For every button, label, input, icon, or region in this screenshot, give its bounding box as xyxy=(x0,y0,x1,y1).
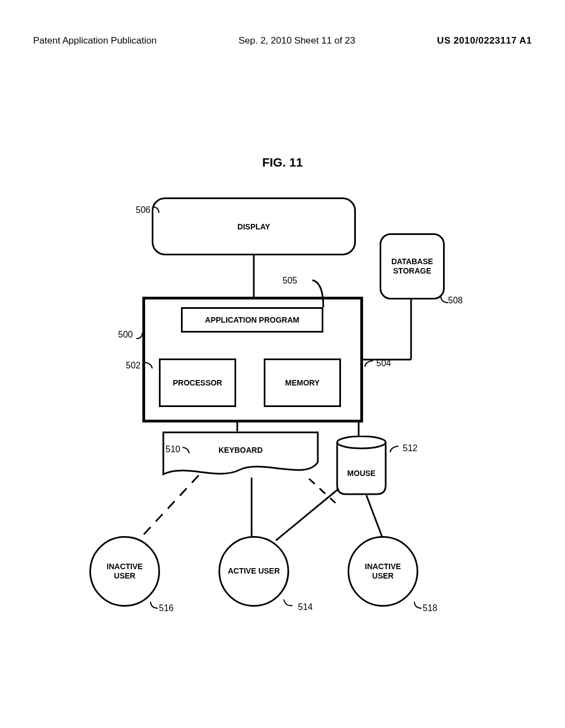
svg-line-8 xyxy=(276,489,339,540)
svg-point-10 xyxy=(337,436,386,448)
inactive-user-left-label: INACTIVE USER xyxy=(106,562,142,581)
database-storage-block: DATABASE STORAGE xyxy=(380,233,445,299)
date-sheet-label: Sep. 2, 2010 Sheet 11 of 23 xyxy=(238,35,355,46)
inactive-user-left: INACTIVE USER xyxy=(89,536,160,607)
display-block: DISPLAY xyxy=(152,197,356,255)
application-program-block: APPLICATION PROGRAM xyxy=(181,307,323,333)
svg-line-7 xyxy=(309,479,335,503)
ref-514: 514 xyxy=(298,602,313,612)
figure-title: FIG. 11 xyxy=(0,156,565,170)
ref-505: 505 xyxy=(282,276,297,286)
publication-number: US 2010/0223117 A1 xyxy=(437,35,532,46)
processor-label: PROCESSOR xyxy=(173,378,222,387)
memory-block: MEMORY xyxy=(264,358,341,407)
hook-icon xyxy=(143,362,153,370)
hook-icon xyxy=(390,446,399,453)
application-program-label: APPLICATION PROGRAM xyxy=(205,315,300,324)
hook-icon xyxy=(150,601,160,609)
ref-516: 516 xyxy=(159,603,174,613)
ref-502: 502 xyxy=(126,361,141,371)
active-user: ACTIVE USER xyxy=(218,536,289,607)
hook-icon xyxy=(182,447,192,454)
ref-508: 508 xyxy=(448,296,463,306)
mouse-label: MOUSE xyxy=(335,469,387,478)
hook-icon xyxy=(282,599,292,607)
ref-504: 504 xyxy=(376,358,391,368)
svg-line-9 xyxy=(366,495,382,536)
mouse-block: MOUSE xyxy=(335,436,387,495)
hook-icon xyxy=(136,332,146,340)
ref-512: 512 xyxy=(403,443,418,453)
publication-label: Patent Application Publication xyxy=(33,35,157,46)
ref-518: 518 xyxy=(423,603,438,613)
hook-icon xyxy=(364,360,374,368)
ref-510: 510 xyxy=(166,445,180,454)
processor-block: PROCESSOR xyxy=(159,358,236,407)
ref-500: 500 xyxy=(118,330,133,340)
svg-line-6 xyxy=(140,475,199,538)
page-header: Patent Application Publication Sep. 2, 2… xyxy=(0,35,565,46)
active-user-label: ACTIVE USER xyxy=(228,566,280,576)
hook-icon xyxy=(414,601,424,609)
keyboard-block: KEYBOARD xyxy=(162,431,319,479)
display-label: DISPLAY xyxy=(237,222,270,231)
hook-icon xyxy=(152,206,162,214)
ref-506: 506 xyxy=(136,205,151,215)
diagram-canvas: DISPLAY DATABASE STORAGE APPLICATION PRO… xyxy=(0,193,565,612)
hook-icon xyxy=(440,296,450,303)
inactive-user-right-label: INACTIVE USER xyxy=(365,562,401,581)
inactive-user-right: INACTIVE USER xyxy=(348,536,418,607)
database-storage-label: DATABASE STORAGE xyxy=(391,257,433,276)
memory-label: MEMORY xyxy=(285,378,319,387)
